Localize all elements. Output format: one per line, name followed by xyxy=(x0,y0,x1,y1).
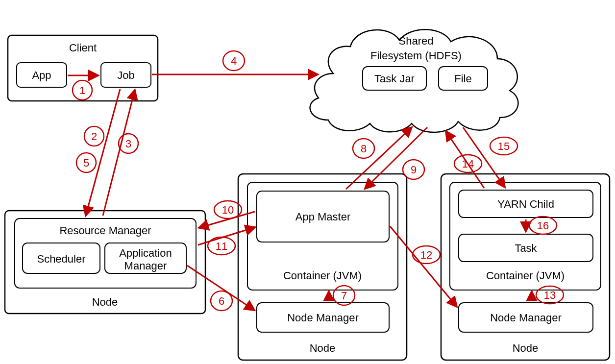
task-node: Node Container (JVM) YARN Child Task Nod… xyxy=(441,174,610,360)
step-4: 4 xyxy=(223,51,245,71)
step-6: 6 xyxy=(211,291,232,311)
svg-text:5: 5 xyxy=(83,157,89,169)
hdfs-cloud: Shared Filesystem (HDFS) Task Jar File xyxy=(310,29,518,132)
hdfs-file-label: File xyxy=(454,73,471,85)
rm-scheduler-label: Scheduler xyxy=(37,253,85,265)
step-16: 16 xyxy=(529,217,557,234)
step-8: 8 xyxy=(353,139,374,158)
step-13: 13 xyxy=(536,286,564,304)
svg-text:8: 8 xyxy=(361,143,367,155)
rm-node-label: Node xyxy=(92,296,118,308)
client-app-label: App xyxy=(32,69,51,81)
step-11: 11 xyxy=(208,237,235,255)
arrow-12 xyxy=(390,226,457,307)
arrow-8 xyxy=(346,127,412,189)
svg-text:4: 4 xyxy=(231,55,237,67)
svg-text:13: 13 xyxy=(544,289,556,301)
appmaster-node: Node Container (JVM) App Master Node Man… xyxy=(238,174,407,360)
task-node-label: Node xyxy=(513,342,539,354)
yarnchild-label: YARN Child xyxy=(497,198,554,210)
client-title: Client xyxy=(69,42,97,54)
svg-text:2: 2 xyxy=(91,130,97,143)
step-9: 9 xyxy=(403,160,424,179)
step-15: 15 xyxy=(490,137,517,155)
svg-text:7: 7 xyxy=(341,290,347,302)
svg-text:12: 12 xyxy=(420,249,432,261)
arrow-9 xyxy=(365,127,427,189)
rm-appmgr-label-1: Application xyxy=(119,247,172,259)
step-2: 2 xyxy=(84,126,104,146)
rm-appmgr-label-2: Manager xyxy=(124,260,167,272)
step-14: 14 xyxy=(454,155,482,172)
client-job-label: Job xyxy=(117,69,134,81)
svg-text:14: 14 xyxy=(462,158,474,170)
svg-text:15: 15 xyxy=(498,140,510,152)
task-label: Task xyxy=(515,242,537,254)
svg-text:3: 3 xyxy=(125,138,131,150)
rm-node: Node Resource Manager Scheduler Applicat… xyxy=(5,211,205,314)
diagram-canvas: Client App Job Shared Filesystem (HDFS) … xyxy=(0,0,615,364)
svg-text:6: 6 xyxy=(219,295,224,307)
appmaster-label: App Master xyxy=(295,211,351,223)
svg-text:16: 16 xyxy=(537,219,549,232)
svg-text:1: 1 xyxy=(79,84,85,97)
arrow-2-5 xyxy=(86,89,120,216)
step-10: 10 xyxy=(214,201,242,218)
svg-text:10: 10 xyxy=(222,204,234,216)
appmaster-nodemgr-label: Node Manager xyxy=(287,312,359,324)
step-12: 12 xyxy=(413,246,440,264)
hdfs-taskjar-label: Task Jar xyxy=(374,73,415,85)
appmaster-node-label: Node xyxy=(310,342,336,354)
hdfs-title-1: Shared xyxy=(399,35,434,47)
svg-text:11: 11 xyxy=(216,240,227,252)
hdfs-title-2: Filesystem (HDFS) xyxy=(370,49,462,62)
task-nodemgr-label: Node Manager xyxy=(490,312,562,324)
appmaster-container-label: Container (JVM) xyxy=(283,269,362,282)
task-container-label: Container (JVM) xyxy=(486,269,565,282)
rm-title: Resource Manager xyxy=(59,224,151,237)
svg-text:9: 9 xyxy=(411,164,417,176)
step-5: 5 xyxy=(76,153,96,172)
step-1: 1 xyxy=(73,80,92,100)
